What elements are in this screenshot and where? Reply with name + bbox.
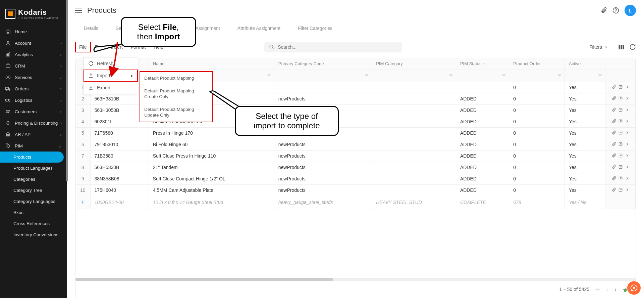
table-row[interactable]: 679T853010Bi Fold Hinge 60newProductsADD…: [75, 139, 636, 150]
attachment-icon[interactable]: [611, 165, 616, 169]
open-icon[interactable]: [618, 119, 623, 124]
sidebar-item-customers[interactable]: Customers›: [0, 106, 67, 117]
menubar-file[interactable]: File: [75, 42, 91, 52]
sidebar-item-ar-ap[interactable]: AR / AP›: [0, 129, 67, 140]
chevron-right-icon[interactable]: [625, 108, 630, 112]
first-page-button[interactable]: ⇤: [595, 286, 600, 293]
sidebar-scrollbar[interactable]: [66, 0, 68, 181]
open-icon[interactable]: [618, 142, 623, 146]
column-filter[interactable]: [565, 70, 605, 82]
sidebar-item-cross-references[interactable]: Cross References: [0, 218, 67, 229]
import-option[interactable]: Default Product Mapping Create Only: [140, 85, 212, 103]
hamburger-icon[interactable]: [75, 8, 82, 13]
sidebar-item-category-tree[interactable]: Category Tree: [0, 185, 67, 196]
chevron-right-icon[interactable]: [625, 176, 630, 181]
chevron-right-icon[interactable]: [625, 96, 630, 101]
person-icon: [5, 40, 11, 46]
columns-icon[interactable]: [618, 44, 625, 50]
refresh-icon[interactable]: [629, 44, 636, 50]
column-filter[interactable]: [509, 70, 565, 82]
filter-icon[interactable]: [557, 73, 562, 78]
sidebar-item-services[interactable]: Services›: [0, 72, 67, 83]
column-header[interactable]: Primary Category Code: [274, 58, 372, 70]
column-filter[interactable]: [372, 70, 456, 82]
filter-icon[interactable]: [267, 73, 271, 78]
chevron-right-icon[interactable]: [625, 119, 630, 124]
horizontal-scrollbar[interactable]: [75, 278, 636, 281]
chevron-right-icon[interactable]: [625, 153, 630, 158]
attachment-icon[interactable]: [611, 96, 616, 101]
column-header[interactable]: Product Order: [509, 58, 565, 70]
prev-page-button[interactable]: ‹: [606, 286, 608, 293]
open-icon[interactable]: [618, 130, 623, 135]
svg-point-10: [6, 101, 7, 102]
column-filter[interactable]: [456, 70, 509, 82]
filter-icon[interactable]: [448, 73, 453, 78]
next-page-button[interactable]: ›: [614, 286, 616, 293]
attachment-icon[interactable]: [611, 153, 616, 158]
tab-details[interactable]: Details: [75, 21, 107, 37]
open-icon[interactable]: [618, 187, 623, 192]
sidebar-item-pim[interactable]: PIM⌄: [0, 140, 67, 152]
column-header[interactable]: PIM Category: [372, 58, 456, 70]
sidebar-item-pricing-discounting[interactable]: Pricing & Discounting›: [0, 117, 67, 129]
attachment-icon[interactable]: [611, 108, 616, 112]
sidebar-item-products[interactable]: Products: [0, 152, 64, 163]
sidebar-item-categories[interactable]: Categories: [0, 174, 67, 185]
open-icon[interactable]: [618, 153, 623, 158]
open-icon[interactable]: [618, 85, 623, 89]
chevron-right-icon[interactable]: [625, 187, 630, 192]
column-header[interactable]: PIM Status↑: [456, 58, 509, 70]
open-icon[interactable]: [618, 108, 623, 112]
help-icon[interactable]: [612, 7, 619, 14]
sidebar-item-crm[interactable]: CRM›: [0, 60, 67, 72]
filters-label: Filters: [589, 44, 602, 50]
tab-filter-categories[interactable]: Filter Categories: [289, 21, 341, 37]
new-row-placeholder[interactable]: +1000GS14-0810 in x 8 ft x 14 Gauge Stee…: [75, 196, 636, 209]
attachment-icon[interactable]: [611, 119, 616, 124]
filters-button[interactable]: Filters: [589, 44, 608, 50]
open-icon[interactable]: [618, 165, 623, 169]
table-row[interactable]: 8563H5330B21" TandemnewProductsADDED0Yes: [75, 162, 636, 173]
search-input-wrap[interactable]: [264, 42, 402, 52]
filter-icon[interactable]: [598, 73, 602, 78]
table-row[interactable]: 571T6580Press In Hinge 170ADDED0Yes: [75, 127, 636, 139]
attachment-icon[interactable]: [611, 130, 616, 135]
sidebar-item-home[interactable]: Home: [0, 26, 67, 37]
attachment-icon[interactable]: [611, 142, 616, 146]
attachment-icon[interactable]: [600, 7, 607, 14]
table-row[interactable]: 771B3580Soft Close Press In Hinge 110new…: [75, 150, 636, 162]
file-menu-export[interactable]: Export: [84, 82, 138, 94]
sidebar-item-orders[interactable]: Orders›: [0, 83, 67, 94]
sidebar-item-account[interactable]: Account›: [0, 37, 67, 49]
import-option[interactable]: Default Product Mapping: [140, 72, 212, 85]
attachment-icon[interactable]: [611, 187, 616, 192]
chevron-right-icon[interactable]: [625, 142, 630, 146]
chat-badge[interactable]: [627, 281, 641, 295]
sidebar-item-skus[interactable]: Skus: [0, 207, 67, 218]
sidebar-item-category-languages[interactable]: Category Languages: [0, 196, 67, 207]
sidebar-item-analytics[interactable]: Analytics›: [0, 49, 67, 60]
sidebar-item-product-languages[interactable]: Product Languages: [0, 163, 67, 174]
column-header[interactable]: Name: [149, 58, 274, 70]
attachment-icon[interactable]: [611, 176, 616, 181]
column-header[interactable]: Active: [565, 58, 605, 70]
table-row[interactable]: 10175H60404.5MM Cam Adjustable PlatenewP…: [75, 184, 636, 196]
add-row-button[interactable]: +: [75, 196, 90, 209]
chevron-right-icon[interactable]: [625, 165, 630, 169]
table-row[interactable]: 938N358B08Soft Close Compact Hinge 1/2" …: [75, 173, 636, 184]
sidebar-item-logistics[interactable]: Logistics›: [0, 94, 67, 106]
filter-icon[interactable]: [364, 73, 369, 78]
sidebar-item-inventory-conversions[interactable]: Inventory Conversions: [0, 229, 67, 240]
import-option[interactable]: Default Product Mapping Update Only: [140, 103, 212, 122]
open-icon[interactable]: [618, 96, 623, 101]
search-input[interactable]: [278, 44, 397, 50]
chevron-right-icon[interactable]: [625, 130, 630, 135]
column-filter[interactable]: [274, 70, 372, 82]
avatar[interactable]: L: [625, 5, 636, 16]
filter-icon[interactable]: [501, 73, 506, 78]
open-icon[interactable]: [618, 176, 623, 181]
attachment-icon[interactable]: [611, 85, 616, 89]
tab-attribute-assignment[interactable]: Attribute Assignment: [229, 21, 289, 37]
chevron-right-icon[interactable]: [625, 85, 630, 89]
